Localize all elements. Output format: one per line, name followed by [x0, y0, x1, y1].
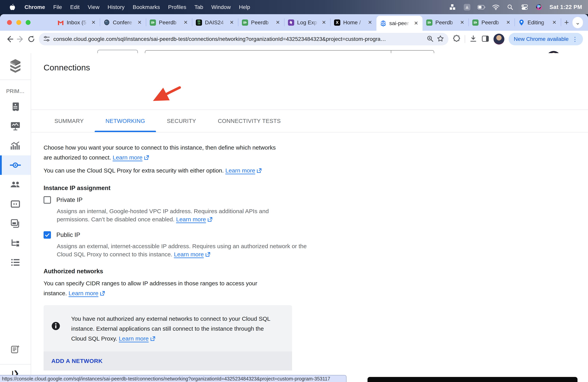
chrome-menu-kebab-icon[interactable]: ⋮ — [572, 36, 578, 42]
tab-close-icon[interactable]: ✕ — [551, 20, 557, 25]
tab-dais24[interactable]: DAIS DAIS24 ✕ — [192, 14, 238, 31]
stats-menu-icon[interactable] — [449, 4, 457, 11]
tab-close-icon[interactable]: ✕ — [505, 20, 511, 25]
tab-label: Peerdb — [251, 20, 272, 26]
gmail-icon — [57, 19, 64, 26]
menu-chrome[interactable]: Chrome — [24, 4, 45, 10]
menu-clock[interactable]: Sat 1:22 PM — [549, 4, 582, 10]
reload-icon[interactable] — [27, 33, 36, 45]
siri-icon[interactable] — [535, 4, 543, 11]
tab-inbox[interactable]: Inbox (5 ✕ — [54, 14, 100, 31]
tab-connectivity-tests[interactable]: CONNECTIVITY TESTS — [207, 110, 292, 132]
tab-conference[interactable]: Confere ✕ — [100, 14, 146, 31]
sidebar-item-overview[interactable] — [0, 97, 31, 117]
tab-close-icon[interactable]: ✕ — [459, 20, 465, 25]
tab-log-explorer[interactable]: Log Exp ✕ — [284, 14, 330, 31]
public-ip-checkbox[interactable] — [43, 231, 51, 239]
add-network-button[interactable]: ADD A NETWORK — [43, 351, 292, 371]
site-settings-icon[interactable] — [43, 35, 50, 43]
public-ip-description: Assigns an external, internet-accessible… — [57, 242, 308, 259]
spotlight-icon[interactable] — [506, 4, 514, 11]
side-panel-icon[interactable] — [482, 35, 489, 43]
learn-more-link[interactable]: Learn more — [225, 167, 262, 174]
apple-icon[interactable] — [9, 4, 16, 11]
menu-window[interactable]: Window — [211, 4, 231, 10]
browser-profile-avatar[interactable] — [494, 34, 504, 44]
menu-view[interactable]: View — [88, 4, 99, 10]
menu-bookmarks[interactable]: Bookmarks — [133, 4, 160, 10]
x-icon: X — [334, 19, 340, 26]
tabs-divider — [31, 132, 588, 132]
learn-more-link[interactable]: Learn more — [119, 335, 155, 342]
sidebar-item-query-insights[interactable] — [0, 136, 31, 155]
sidebar-item-connections[interactable] — [0, 155, 31, 175]
public-ip-row: Public IP — [43, 231, 80, 239]
learn-more-link[interactable]: Learn more — [174, 251, 210, 257]
wifi-icon[interactable] — [492, 4, 500, 11]
tab-peerdb-2[interactable]: Peerdb ✕ — [238, 14, 284, 31]
tab-peerdb-3[interactable]: Peerdb ✕ — [422, 14, 469, 31]
control-center-icon[interactable] — [521, 4, 528, 11]
forward-icon[interactable] — [16, 33, 25, 45]
zoom-window-button[interactable] — [26, 20, 31, 25]
toolbar-divider — [465, 35, 465, 43]
tab-close-icon[interactable]: ✕ — [367, 20, 373, 25]
tab-close-icon[interactable]: ✕ — [183, 20, 189, 25]
tab-close-icon[interactable]: ✕ — [229, 20, 235, 25]
tab-security[interactable]: SECURITY — [156, 110, 207, 132]
new-chrome-available-button[interactable]: New Chrome available ⋮ — [509, 33, 583, 45]
tab-peerdb-4[interactable]: Peerdb ✕ — [469, 14, 515, 31]
tab-label: Confere — [113, 20, 134, 26]
peerdb-icon — [149, 19, 156, 26]
private-ip-checkbox[interactable] — [43, 196, 51, 204]
tab-search-chevron-icon[interactable]: ⌄ — [572, 17, 583, 28]
tab-peerdb-1[interactable]: Peerdb ✕ — [146, 14, 192, 31]
learn-more-link[interactable]: Learn more — [176, 216, 212, 223]
battery-icon[interactable] — [478, 4, 485, 11]
cloudsql-sidebar: PRIM… |❯ — [0, 53, 31, 382]
menu-edit[interactable]: Edit — [70, 4, 80, 10]
sidebar-item-databases[interactable] — [0, 194, 31, 214]
sidebar-item-backups[interactable] — [0, 214, 31, 233]
sidebar-item-users[interactable] — [0, 175, 31, 194]
tab-close-icon[interactable]: ✕ — [275, 20, 281, 25]
cloud-sql-logo-icon — [0, 53, 31, 80]
downloads-icon[interactable] — [469, 35, 477, 43]
minimize-window-button[interactable] — [16, 20, 21, 25]
window-controls — [0, 20, 38, 25]
tab-editing[interactable]: Editing ✕ — [515, 14, 561, 31]
sidebar-item-operations[interactable] — [0, 253, 31, 272]
menu-profiles[interactable]: Profiles — [168, 4, 186, 10]
menu-tab[interactable]: Tab — [194, 4, 203, 10]
learn-more-link[interactable]: Learn more — [68, 290, 105, 297]
tab-close-icon[interactable]: ✕ — [91, 20, 96, 25]
new-tab-button[interactable]: + — [561, 14, 572, 31]
tab-label: Editing — [527, 20, 549, 26]
tab-close-icon[interactable]: ✕ — [413, 20, 419, 26]
sidebar-item-monitoring[interactable] — [0, 117, 31, 136]
tab-x-home[interactable]: X Home / ✕ — [330, 14, 377, 31]
address-bar[interactable]: console.cloud.google.com/sql/instances/s… — [39, 33, 448, 45]
sidebar-item-release-notes[interactable] — [0, 340, 31, 359]
tab-close-icon[interactable]: ✕ — [137, 20, 143, 25]
info-icon — [51, 321, 60, 344]
learn-more-link[interactable]: Learn more — [113, 154, 149, 161]
tab-summary[interactable]: SUMMARY — [43, 110, 95, 132]
menu-history[interactable]: History — [107, 4, 125, 10]
url-text[interactable]: console.cloud.google.com/sql/instances/s… — [53, 36, 423, 42]
sidebar-item-replicas[interactable] — [0, 233, 31, 253]
sidebar-section-label: PRIM… — [0, 85, 31, 97]
tab-sai-peerdb-active[interactable]: sai-peer ✕ — [377, 16, 422, 31]
back-icon[interactable] — [5, 33, 14, 45]
app-menu-icon[interactable] — [463, 4, 471, 11]
extensions-icon[interactable] — [453, 35, 461, 43]
menu-help[interactable]: Help — [239, 4, 250, 10]
tab-close-icon[interactable]: ✕ — [321, 20, 327, 25]
bookmark-star-icon[interactable] — [437, 35, 444, 43]
tab-networking[interactable]: NETWORKING — [95, 110, 156, 132]
close-window-button[interactable] — [7, 20, 12, 25]
tab-label: Log Exp — [297, 20, 318, 26]
menu-file[interactable]: File — [53, 4, 62, 10]
authorized-networks-description: You can specify CIDR ranges to allow IP … — [43, 278, 271, 299]
zoom-page-icon[interactable] — [427, 35, 434, 43]
